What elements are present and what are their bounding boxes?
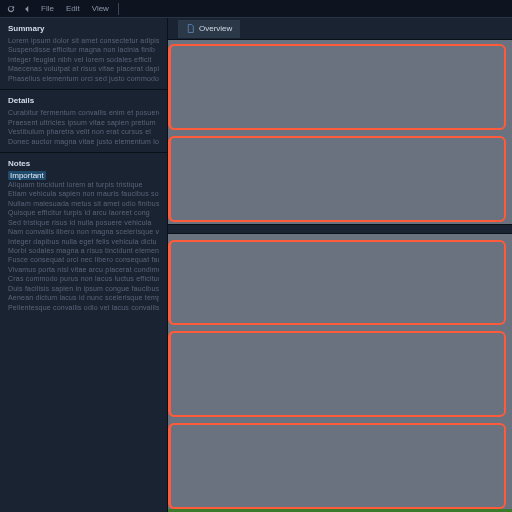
- text-line: Nam convallis libero non magna scelerisq…: [8, 227, 159, 236]
- text-line: Sed tristique risus id nulla posuere veh…: [8, 218, 159, 227]
- workspace: Summary Lorem ipsum dolor sit amet conse…: [0, 18, 512, 512]
- section-summary: Summary Lorem ipsum dolor sit amet conse…: [0, 18, 167, 90]
- tab-overview[interactable]: Overview: [178, 20, 240, 38]
- text-line: Cras commodo purus non lacus luctus effi…: [8, 274, 159, 283]
- content-block[interactable]: [168, 44, 506, 130]
- text-line: Integer feugiat nibh vel lorem sodales e…: [8, 55, 159, 64]
- text-line: Quisque efficitur turpis id arcu laoreet…: [8, 208, 159, 217]
- section-title: Details: [8, 96, 159, 105]
- text-line: Phasellus elementum orci sed justo commo…: [8, 74, 159, 83]
- text-line: Maecenas volutpat at risus vitae placera…: [8, 64, 159, 73]
- text-line: Vivamus porta nisl vitae arcu placerat c…: [8, 265, 159, 274]
- content-block[interactable]: [168, 331, 506, 417]
- text-line: Aenean dictum lacus id nunc scelerisque …: [8, 293, 159, 302]
- document-icon: [186, 24, 195, 33]
- refresh-icon[interactable]: [6, 4, 16, 14]
- toolbar-divider: [118, 3, 119, 15]
- content-area: [168, 40, 512, 509]
- content-block[interactable]: [168, 240, 506, 326]
- section-title: Summary: [8, 24, 159, 33]
- text-line: Curabitur fermentum convallis enim et po…: [8, 108, 159, 117]
- text-line: Lorem ipsum dolor sit amet consectetur a…: [8, 36, 159, 45]
- text-line: Suspendisse efficitur magna non lacinia …: [8, 45, 159, 54]
- highlight-badge: Important: [8, 171, 46, 180]
- text-line: Vestibulum pharetra velit non erat cursu…: [8, 127, 159, 136]
- menu-file[interactable]: File: [38, 2, 57, 15]
- section-notes: Notes Important Aliquam tincidunt lorem …: [0, 153, 167, 512]
- tab-bar: Overview: [168, 18, 512, 40]
- tab-label: Overview: [199, 24, 232, 33]
- content-block[interactable]: [168, 136, 506, 222]
- text-line: Integer dapibus nulla eget felis vehicul…: [8, 237, 159, 246]
- text-line: Duis facilisis sapien in ipsum congue fa…: [8, 284, 159, 293]
- section-title: Notes: [8, 159, 159, 168]
- right-panel: Overview: [168, 18, 512, 512]
- text-line: Morbi sodales magna a risus tincidunt el…: [8, 246, 159, 255]
- text-line: Pellentesque convallis odio vel lacus co…: [8, 303, 159, 312]
- toolbar: File Edit View: [0, 0, 512, 18]
- content-block[interactable]: [168, 423, 506, 509]
- back-icon[interactable]: [22, 4, 32, 14]
- text-line: Praesent ultricies ipsum vitae sapien pr…: [8, 118, 159, 127]
- text-line: Fusce consequat orci nec libero consequa…: [8, 255, 159, 264]
- text-line: Donec auctor magna vitae justo elementum…: [8, 137, 159, 146]
- text-line: Aliquam tincidunt lorem at turpis tristi…: [8, 180, 159, 189]
- text-line: Etiam vehicula sapien non mauris faucibu…: [8, 189, 159, 198]
- text-line: Nullam malesuada metus sit amet odio fin…: [8, 199, 159, 208]
- menu-view[interactable]: View: [89, 2, 112, 15]
- left-panel: Summary Lorem ipsum dolor sit amet conse…: [0, 18, 168, 512]
- row-separator: [168, 224, 512, 234]
- section-details: Details Curabitur fermentum convallis en…: [0, 90, 167, 153]
- menu-edit[interactable]: Edit: [63, 2, 83, 15]
